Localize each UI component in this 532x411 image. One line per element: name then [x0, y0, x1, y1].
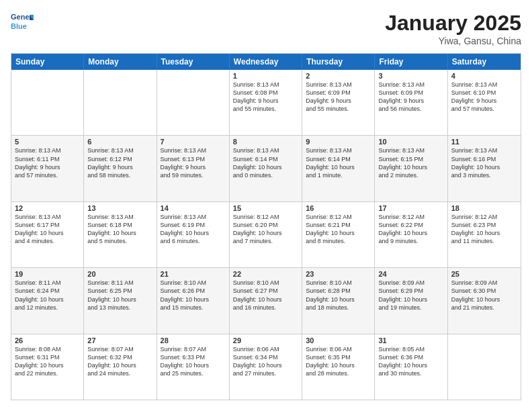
cal-row-2: 12Sunrise: 8:13 AM Sunset: 6:17 PM Dayli… — [11, 201, 521, 267]
day-info: Sunrise: 8:10 AM Sunset: 6:27 PM Dayligh… — [233, 279, 298, 312]
day-number: 23 — [306, 270, 371, 278]
table-row — [84, 70, 157, 135]
day-info: Sunrise: 8:10 AM Sunset: 6:26 PM Dayligh… — [161, 279, 226, 312]
day-number: 18 — [451, 204, 517, 212]
table-row: 18Sunrise: 8:12 AM Sunset: 6:23 PM Dayli… — [448, 202, 521, 267]
header-wednesday: Wednesday — [230, 54, 302, 70]
page: General Blue January 2025 Yiwa, Gansu, C… — [0, 0, 532, 411]
table-row: 4Sunrise: 8:13 AM Sunset: 6:10 PM Daylig… — [448, 70, 521, 135]
day-info: Sunrise: 8:13 AM Sunset: 6:10 PM Dayligh… — [451, 81, 517, 113]
day-info: Sunrise: 8:12 AM Sunset: 6:22 PM Dayligh… — [378, 213, 443, 246]
day-number: 20 — [87, 270, 152, 278]
day-info: Sunrise: 8:12 AM Sunset: 6:21 PM Dayligh… — [306, 213, 371, 246]
header: General Blue January 2025 Yiwa, Gansu, C… — [11, 11, 521, 46]
table-row: 25Sunrise: 8:09 AM Sunset: 6:30 PM Dayli… — [448, 268, 521, 333]
day-info: Sunrise: 8:13 AM Sunset: 6:08 PM Dayligh… — [233, 81, 298, 113]
header-tuesday: Tuesday — [157, 54, 230, 70]
day-number: 15 — [233, 204, 298, 212]
day-number: 5 — [15, 138, 80, 146]
day-info: Sunrise: 8:13 AM Sunset: 6:19 PM Dayligh… — [161, 213, 226, 246]
day-info: Sunrise: 8:09 AM Sunset: 6:30 PM Dayligh… — [451, 279, 517, 312]
table-row — [448, 334, 521, 400]
table-row: 21Sunrise: 8:10 AM Sunset: 6:26 PM Dayli… — [157, 268, 230, 333]
table-row: 1Sunrise: 8:13 AM Sunset: 6:08 PM Daylig… — [230, 70, 302, 135]
cal-row-4: 26Sunrise: 8:08 AM Sunset: 6:31 PM Dayli… — [11, 334, 521, 400]
day-info: Sunrise: 8:13 AM Sunset: 6:13 PM Dayligh… — [161, 146, 226, 179]
logo: General Blue — [11, 11, 34, 34]
day-info: Sunrise: 8:13 AM Sunset: 6:09 PM Dayligh… — [306, 81, 371, 113]
table-row: 13Sunrise: 8:13 AM Sunset: 6:18 PM Dayli… — [84, 202, 157, 267]
header-monday: Monday — [84, 54, 157, 70]
day-info: Sunrise: 8:13 AM Sunset: 6:14 PM Dayligh… — [306, 146, 371, 179]
table-row: 22Sunrise: 8:10 AM Sunset: 6:27 PM Dayli… — [230, 268, 302, 333]
header-saturday: Saturday — [448, 54, 521, 70]
day-info: Sunrise: 8:13 AM Sunset: 6:11 PM Dayligh… — [15, 146, 80, 179]
day-info: Sunrise: 8:07 AM Sunset: 6:33 PM Dayligh… — [161, 345, 226, 378]
day-number: 29 — [233, 336, 298, 345]
table-row: 20Sunrise: 8:11 AM Sunset: 6:25 PM Dayli… — [84, 268, 157, 333]
table-row: 8Sunrise: 8:13 AM Sunset: 6:14 PM Daylig… — [230, 136, 302, 201]
day-info: Sunrise: 8:08 AM Sunset: 6:31 PM Dayligh… — [15, 345, 80, 378]
day-info: Sunrise: 8:11 AM Sunset: 6:24 PM Dayligh… — [15, 279, 80, 312]
day-number: 7 — [161, 138, 226, 146]
table-row: 15Sunrise: 8:12 AM Sunset: 6:20 PM Dayli… — [230, 202, 302, 267]
svg-text:Blue: Blue — [11, 22, 27, 30]
day-info: Sunrise: 8:10 AM Sunset: 6:28 PM Dayligh… — [306, 279, 371, 312]
day-info: Sunrise: 8:13 AM Sunset: 6:09 PM Dayligh… — [378, 81, 443, 113]
day-number: 3 — [378, 72, 443, 80]
table-row: 27Sunrise: 8:07 AM Sunset: 6:32 PM Dayli… — [84, 334, 157, 400]
table-row — [157, 70, 230, 135]
day-info: Sunrise: 8:13 AM Sunset: 6:12 PM Dayligh… — [87, 146, 152, 179]
table-row: 29Sunrise: 8:06 AM Sunset: 6:34 PM Dayli… — [230, 334, 302, 400]
day-info: Sunrise: 8:05 AM Sunset: 6:36 PM Dayligh… — [378, 345, 443, 378]
day-info: Sunrise: 8:13 AM Sunset: 6:15 PM Dayligh… — [378, 146, 443, 179]
day-number: 6 — [87, 138, 152, 146]
table-row: 19Sunrise: 8:11 AM Sunset: 6:24 PM Dayli… — [11, 268, 84, 333]
day-number: 9 — [306, 138, 371, 146]
day-number: 2 — [306, 72, 371, 80]
table-row: 17Sunrise: 8:12 AM Sunset: 6:22 PM Dayli… — [375, 202, 447, 267]
calendar-header: Sunday Monday Tuesday Wednesday Thursday… — [11, 54, 521, 70]
table-row: 12Sunrise: 8:13 AM Sunset: 6:17 PM Dayli… — [11, 202, 84, 267]
day-number: 11 — [451, 138, 517, 146]
calendar: Sunday Monday Tuesday Wednesday Thursday… — [11, 53, 521, 400]
cal-row-3: 19Sunrise: 8:11 AM Sunset: 6:24 PM Dayli… — [11, 267, 521, 333]
table-row: 10Sunrise: 8:13 AM Sunset: 6:15 PM Dayli… — [375, 136, 447, 201]
header-thursday: Thursday — [302, 54, 375, 70]
table-row: 31Sunrise: 8:05 AM Sunset: 6:36 PM Dayli… — [375, 334, 447, 400]
table-row: 7Sunrise: 8:13 AM Sunset: 6:13 PM Daylig… — [157, 136, 230, 201]
table-row: 26Sunrise: 8:08 AM Sunset: 6:31 PM Dayli… — [11, 334, 84, 400]
location: Yiwa, Gansu, China — [385, 36, 521, 46]
cal-row-0: 1Sunrise: 8:13 AM Sunset: 6:08 PM Daylig… — [11, 70, 521, 135]
table-row: 6Sunrise: 8:13 AM Sunset: 6:12 PM Daylig… — [84, 136, 157, 201]
calendar-body: 1Sunrise: 8:13 AM Sunset: 6:08 PM Daylig… — [11, 70, 521, 400]
table-row: 5Sunrise: 8:13 AM Sunset: 6:11 PM Daylig… — [11, 136, 84, 201]
day-number: 22 — [233, 270, 298, 278]
month-title: January 2025 — [385, 11, 521, 36]
day-number: 24 — [378, 270, 443, 278]
day-info: Sunrise: 8:13 AM Sunset: 6:16 PM Dayligh… — [451, 146, 517, 179]
day-number: 28 — [161, 336, 226, 345]
day-number: 25 — [451, 270, 517, 278]
table-row: 11Sunrise: 8:13 AM Sunset: 6:16 PM Dayli… — [448, 136, 521, 201]
table-row: 9Sunrise: 8:13 AM Sunset: 6:14 PM Daylig… — [302, 136, 375, 201]
day-number: 8 — [233, 138, 298, 146]
table-row: 2Sunrise: 8:13 AM Sunset: 6:09 PM Daylig… — [302, 70, 375, 135]
day-number: 21 — [161, 270, 226, 278]
day-info: Sunrise: 8:13 AM Sunset: 6:18 PM Dayligh… — [87, 213, 152, 246]
day-info: Sunrise: 8:12 AM Sunset: 6:20 PM Dayligh… — [233, 213, 298, 246]
day-info: Sunrise: 8:07 AM Sunset: 6:32 PM Dayligh… — [87, 345, 152, 378]
day-info: Sunrise: 8:09 AM Sunset: 6:29 PM Dayligh… — [378, 279, 443, 312]
table-row: 16Sunrise: 8:12 AM Sunset: 6:21 PM Dayli… — [302, 202, 375, 267]
day-number: 30 — [306, 336, 371, 345]
day-number: 14 — [161, 204, 226, 212]
day-number: 27 — [87, 336, 152, 345]
day-number: 26 — [15, 336, 80, 345]
table-row: 3Sunrise: 8:13 AM Sunset: 6:09 PM Daylig… — [375, 70, 447, 135]
table-row — [11, 70, 84, 135]
header-sunday: Sunday — [11, 54, 84, 70]
day-info: Sunrise: 8:12 AM Sunset: 6:23 PM Dayligh… — [451, 213, 517, 246]
day-number: 4 — [451, 72, 517, 80]
day-number: 19 — [15, 270, 80, 278]
header-friday: Friday — [375, 54, 447, 70]
